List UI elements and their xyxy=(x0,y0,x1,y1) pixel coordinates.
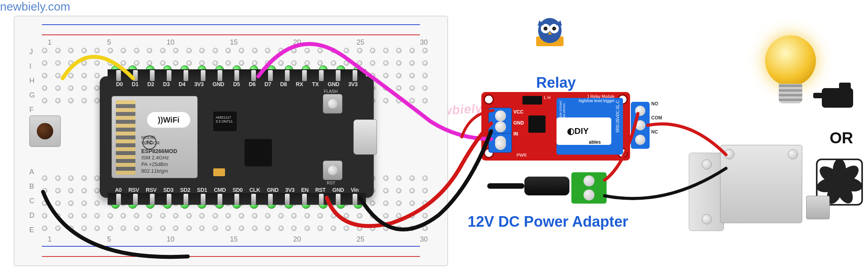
esp8266-shield: ))WiFi FC MODEL VENDOR ESP8266MOD ISM 2.… xyxy=(112,96,198,178)
dc-barrel-jack xyxy=(487,172,569,200)
pwr-led-label: PWR xyxy=(517,153,527,157)
power-rail-bottom xyxy=(22,242,439,262)
power-adapter-label: 12V DC Power Adapter xyxy=(468,213,628,230)
diyables-logo: ◐DIYables xyxy=(556,117,611,145)
pcb-antenna xyxy=(116,100,135,175)
relay-power-terminal xyxy=(488,108,512,135)
water-pump xyxy=(822,88,861,119)
relay-title: 1 Relay Module high/low level trigger xyxy=(579,94,614,103)
usb-serial-chip xyxy=(245,139,272,166)
relay-coil-block: SRD-05VDC-SL-C 10A 250VAC 10A 125VAC 10A… xyxy=(556,98,623,155)
micro-usb-port xyxy=(353,119,377,155)
mascot-label: newbiely.com xyxy=(0,0,868,13)
reset-button xyxy=(323,161,342,180)
esp8266-nodemcu: D0D1D2D3D43V3GNDD5D6D7D8RXTXGND3V3 A0RSV… xyxy=(100,76,374,198)
optocoupler xyxy=(528,116,546,133)
svg-point-5 xyxy=(552,27,556,31)
relay-label: Relay xyxy=(536,74,576,91)
push-button xyxy=(29,116,61,147)
solenoid-lock xyxy=(689,145,818,239)
rst-label: RST xyxy=(327,181,335,185)
relay-output-terminal xyxy=(631,102,650,149)
flash-label: FLASH xyxy=(324,89,338,94)
chipset-label: ESP8266MOD xyxy=(141,148,177,155)
relay-signal-terminal xyxy=(488,133,512,153)
row-labels-bottom: EDCBA xyxy=(29,168,34,234)
mascot-logo xyxy=(528,15,571,48)
light-bulb xyxy=(763,35,818,110)
model-label: MODEL VENDOR xyxy=(141,135,177,146)
spec-line-1: ISM 2.4GHz xyxy=(141,155,177,161)
svg-point-4 xyxy=(544,27,547,31)
pin-labels-bottom: A0RSVRSVSD3SD2SD1CMDSD0CLKGND3V3ENRSTGND… xyxy=(112,187,362,193)
spec-line-3: 802.11b/g/n xyxy=(141,168,177,175)
row-labels-top: JIHGF xyxy=(29,48,35,114)
pin-labels-top: D0D1D2D3D43V3GNDD5D6D7D8RXTXGND3V3 xyxy=(112,81,362,87)
spec-line-2: PA +25dBm xyxy=(141,161,177,168)
column-labels-top: 151015202530 xyxy=(48,38,428,47)
or-label: OR xyxy=(830,129,853,147)
relay-output-labels: NO COM NC xyxy=(651,101,662,135)
smd-capacitor xyxy=(213,168,225,176)
regulator-label: AMS1117 3.3 ON711 xyxy=(216,116,233,123)
trigger-jumper xyxy=(522,96,542,105)
flash-button xyxy=(323,94,342,114)
dc-screw-terminal xyxy=(571,172,607,204)
relay-module: VCC GND IN L H PWR SRD-05VDC-SL-C 10A 25… xyxy=(481,92,630,161)
wifi-badge: ))WiFi xyxy=(147,112,190,128)
jumper-labels: L H xyxy=(544,95,551,100)
column-labels-bottom: 151015202530 xyxy=(48,235,428,244)
power-rail-top xyxy=(22,20,439,40)
relay-input-pins: VCC GND IN xyxy=(513,109,524,137)
